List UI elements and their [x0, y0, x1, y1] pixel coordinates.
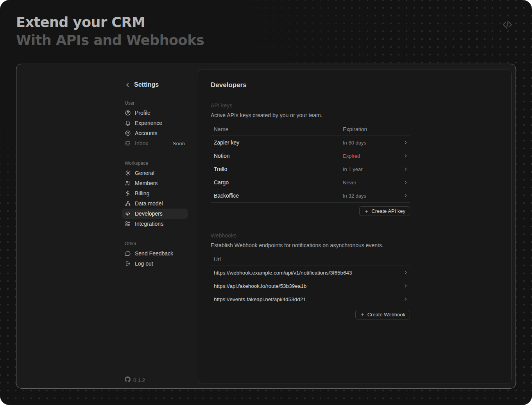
api-key-expiration: In 1 year [343, 166, 403, 172]
chevron-right-icon [403, 180, 408, 185]
sidebar-item-label: Profile [135, 110, 150, 116]
sidebar-item-label: Data model [135, 200, 163, 207]
app-version-link[interactable]: 0.1.2 [125, 376, 145, 384]
api-keys-section-label: API keys [211, 102, 499, 109]
sidebar-item-developers[interactable]: Developers [122, 209, 188, 219]
app-version: 0.1.2 [133, 377, 145, 383]
users-icon [125, 180, 131, 186]
logout-icon [125, 260, 131, 267]
grid-plus-icon [125, 221, 131, 227]
chevron-right-icon [403, 166, 408, 172]
sidebar-item-profile[interactable]: Profile [122, 108, 188, 118]
sidebar-item-general[interactable]: General [122, 168, 188, 178]
developers-panel: Developers API keys Active APIs keys cre… [198, 69, 512, 384]
sidebar-item-accounts[interactable]: Accounts [122, 128, 188, 138]
github-icon [125, 376, 131, 384]
chat-bubble-icon [125, 250, 131, 257]
chevron-right-icon [403, 153, 408, 159]
sidebar-item-label: Accounts [135, 130, 158, 136]
api-key-row[interactable]: Backoffice In 32 days [211, 189, 410, 202]
create-api-key-label: Create API key [371, 208, 405, 214]
webhook-row[interactable]: https://api.fakehook.io/route/53b39ea1b [211, 279, 410, 293]
sidebar-item-members[interactable]: Members [122, 178, 188, 188]
user-circle-icon [125, 110, 131, 116]
code-icon [125, 211, 131, 217]
api-key-name: Cargo [214, 179, 343, 186]
api-key-row[interactable]: Notion Expired [211, 149, 410, 162]
settings-back-label: Settings [134, 81, 159, 88]
settings-sidebar: Settings User Profile Experience [125, 81, 185, 269]
sidebar-item-label: Members [135, 180, 158, 186]
sidebar-item-log-out[interactable]: Log out [122, 259, 188, 269]
webhook-row[interactable]: https://webhook.example.com/api/v1/notif… [211, 266, 410, 279]
sidebar-item-label: Inbox [135, 140, 148, 146]
api-key-expiration: Expired [343, 153, 403, 159]
api-key-name: Zapier key [214, 139, 343, 146]
sidebar-item-inbox[interactable]: Inbox Soon [122, 138, 188, 148]
webhook-url: https://api.fakehook.io/route/53b39ea1b [214, 283, 403, 289]
column-header-url: Url [214, 256, 410, 262]
webhook-url: https://events.fakeapi.net/api/4d53dd21 [214, 296, 403, 302]
api-keys-table: Name Expiration Zapier key In 80 days No… [211, 123, 410, 203]
sidebar-item-label: Developers [135, 211, 163, 217]
api-key-expiration: In 80 days [343, 140, 403, 146]
code-icon [501, 18, 514, 33]
plus-icon [364, 209, 369, 214]
page-title: Extend your CRM With APIs and Webhooks [16, 13, 204, 49]
sidebar-item-send-feedback[interactable]: Send Feedback [122, 248, 188, 259]
webhook-row[interactable]: https://events.fakeapi.net/api/4d53dd21 [211, 293, 410, 306]
section-label-workspace: Workspace [125, 161, 185, 166]
column-header-expiration: Expiration [343, 126, 410, 132]
table-divider [211, 306, 410, 306]
sidebar-item-label: General [135, 170, 154, 176]
page-title-line1: Extend your CRM [16, 13, 204, 31]
bell-icon [125, 120, 131, 126]
sidebar-item-label: Send Feedback [135, 250, 173, 257]
api-key-name: Trello [214, 166, 343, 172]
section-label-user: User [125, 100, 185, 106]
webhooks-table-header: Url [211, 253, 410, 266]
sidebar-item-label: Billing [135, 190, 149, 196]
api-key-row[interactable]: Cargo Never [211, 176, 410, 189]
chevron-right-icon [403, 283, 408, 289]
sidebar-item-experience[interactable]: Experience [122, 118, 188, 128]
hierarchy-icon [125, 200, 131, 207]
api-keys-table-header: Name Expiration [211, 123, 410, 136]
dollar-icon [125, 190, 131, 196]
sidebar-section-user: User Profile Experience [125, 100, 185, 148]
sidebar-item-label: Experience [135, 120, 162, 126]
api-key-row[interactable]: Trello In 1 year [211, 162, 410, 176]
api-key-expiration: Never [343, 180, 403, 186]
app-window: Extend your CRM With APIs and Webhooks S… [0, 0, 532, 405]
api-key-name: Notion [214, 153, 343, 159]
webhooks-description: Establish Webhook endpoints for notifica… [211, 242, 499, 248]
create-webhook-label: Create Webhook [367, 312, 405, 318]
page-title-line2: With APIs and Webhooks [16, 31, 204, 49]
sidebar-item-label: Integrations [135, 221, 163, 227]
create-api-key-button[interactable]: Create API key [359, 206, 410, 216]
api-keys-description: Active APIs keys created by you or your … [211, 112, 499, 118]
sidebar-item-billing[interactable]: Billing [122, 188, 188, 198]
section-label-other: Other [125, 241, 185, 246]
settings-panel: Settings User Profile Experience [16, 64, 516, 389]
chevron-right-icon [403, 270, 408, 275]
webhooks-section-label: Webhooks [211, 232, 499, 239]
sidebar-item-label: Log out [135, 260, 153, 267]
create-webhook-button[interactable]: Create Webhook [355, 310, 410, 319]
at-sign-icon [125, 130, 131, 136]
sidebar-item-data-model[interactable]: Data model [122, 198, 188, 209]
settings-back-button[interactable]: Settings [125, 81, 185, 88]
webhook-url: https://webhook.example.com/api/v1/notif… [214, 270, 403, 276]
column-header-name: Name [214, 126, 343, 132]
gear-icon [125, 170, 131, 176]
sidebar-item-integrations[interactable]: Integrations [122, 219, 188, 229]
api-key-name: Backoffice [214, 193, 343, 199]
webhooks-table: Url https://webhook.example.com/api/v1/n… [211, 253, 410, 306]
sidebar-section-workspace: Workspace General Members [125, 161, 185, 229]
panel-title: Developers [211, 81, 499, 89]
chevron-right-icon [403, 140, 408, 145]
chevron-right-icon [403, 193, 408, 198]
api-key-row[interactable]: Zapier key In 80 days [211, 136, 410, 149]
api-key-expiration: In 32 days [343, 193, 403, 199]
soon-badge: Soon [172, 141, 185, 146]
